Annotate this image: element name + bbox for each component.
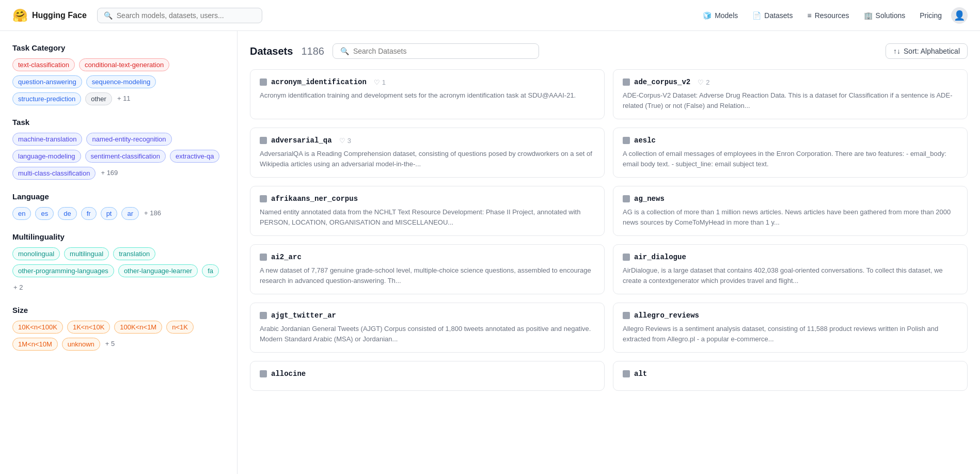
tag-language-modeling[interactable]: language-modeling [12, 150, 81, 163]
tag-1k-10k[interactable]: 1K<n<10K [67, 321, 110, 334]
nav-models-label: Models [715, 11, 738, 20]
task-category-title: Task Category [12, 43, 225, 52]
datasets-search-input[interactable] [353, 47, 531, 55]
tag-monolingual[interactable]: monolingual [12, 247, 60, 260]
tag-10k-100k[interactable]: 10K<n<100K [12, 321, 63, 334]
lang-de[interactable]: de [58, 207, 76, 220]
datasets-header: Datasets 1186 🔍 ↑↓ Sort: Alphabetical [250, 43, 968, 59]
logo-text: Hugging Face [32, 11, 87, 20]
tag-unknown[interactable]: unknown [62, 338, 100, 351]
nav-datasets[interactable]: 📄 Datasets [747, 8, 798, 23]
nav-solutions-label: Solutions [876, 11, 906, 20]
dataset-desc: A new dataset of 7,787 genuine grade-sch… [260, 265, 595, 286]
tag-named-entity-recognition[interactable]: named-entity-recognition [86, 133, 171, 146]
tag-conditional-text-generation[interactable]: conditional-text-generation [79, 58, 169, 71]
dataset-desc: AdversarialQA is a Reading Comprehension… [260, 149, 595, 169]
dataset-card-air_dialogue[interactable]: air_dialogue AirDialogue, is a large dat… [613, 244, 968, 294]
tag-extractive-qa[interactable]: extractive-qa [170, 150, 219, 163]
dataset-icon [623, 195, 630, 202]
dataset-card-acronym_identification[interactable]: acronym_identification ♡ 1 Acronym ident… [250, 69, 605, 119]
dataset-icon [260, 137, 267, 144]
tag-machine-translation[interactable]: machine-translation [12, 133, 82, 146]
dataset-card-adversarial_qa[interactable]: adversarial_qa ♡ 3 AdversarialQA is a Re… [250, 128, 605, 178]
nav-resources[interactable]: ≡ Resources [802, 8, 855, 23]
sort-label: Sort: Alphabetical [904, 47, 960, 55]
dataset-card-ajgt_twitter_ar[interactable]: ajgt_twitter_ar Arabic Jordanian General… [250, 303, 605, 353]
dataset-name: aeslc [634, 136, 656, 145]
lang-ar[interactable]: ar [121, 207, 139, 220]
tag-text-classification[interactable]: text-classification [12, 58, 75, 71]
sidebar: Task Category text-classification condit… [0, 31, 238, 474]
dataset-card-afrikaans_ner_corpus[interactable]: afrikaans_ner_corpus Named entity annota… [250, 186, 605, 236]
nav-models[interactable]: 🧊 Models [698, 8, 743, 23]
dataset-card-alt[interactable]: alt [613, 361, 968, 391]
dataset-icon [260, 312, 267, 319]
page-layout: Task Category text-classification condit… [0, 31, 980, 474]
dataset-icon [260, 195, 267, 202]
tag-structure-prediction[interactable]: structure-prediction [12, 92, 81, 105]
datasets-page-title: Datasets [250, 45, 293, 57]
lang-fr[interactable]: fr [81, 207, 97, 220]
main-content: Datasets 1186 🔍 ↑↓ Sort: Alphabetical ac… [238, 31, 980, 474]
tag-multilingual[interactable]: multilingual [64, 247, 109, 260]
dataset-name: afrikaans_ner_corpus [271, 195, 358, 203]
tag-multi-class-classification[interactable]: multi-class-classification [12, 167, 96, 180]
datasets-search-container: 🔍 [333, 43, 539, 59]
dataset-icon [623, 254, 630, 261]
navbar: 🤗 Hugging Face 🔍 🧊 Models 📄 Datasets ≡ R… [0, 0, 980, 31]
multilinguality-more[interactable]: + 2 [12, 281, 24, 293]
sort-icon: ↑↓ [893, 47, 900, 55]
nav-pricing[interactable]: Pricing [914, 8, 947, 23]
language-title: Language [12, 192, 225, 201]
tag-100k-1m[interactable]: 100K<n<1M [114, 321, 162, 334]
tag-1m-10m[interactable]: 1M<n<10M [12, 338, 58, 351]
task-section: Task machine-translation named-entity-re… [12, 118, 225, 180]
nav-solutions[interactable]: 🏢 Solutions [859, 8, 911, 23]
task-category-more[interactable]: + 11 [116, 92, 132, 105]
dataset-icon [623, 137, 630, 144]
nav-datasets-label: Datasets [764, 11, 793, 20]
dataset-name: alt [634, 370, 647, 378]
language-more[interactable]: + 186 [143, 207, 162, 220]
size-more[interactable]: + 5 [104, 338, 116, 351]
dataset-icon [260, 78, 267, 86]
task-category-tags: text-classification conditional-text-gen… [12, 58, 225, 105]
dataset-desc: Acronym identification training and deve… [260, 90, 595, 101]
dataset-card-ade_corpus_v2[interactable]: ade_corpus_v2 ♡ 2 ADE-Corpus-V2 Dataset:… [613, 69, 968, 119]
dataset-card-allegro_reviews[interactable]: allegro_reviews Allegro Reviews is a sen… [613, 303, 968, 353]
task-more[interactable]: + 169 [100, 167, 119, 180]
dataset-name: air_dialogue [634, 253, 686, 261]
user-avatar[interactable]: 👤 [951, 7, 968, 24]
tag-sequence-modeling[interactable]: sequence-modeling [86, 75, 156, 88]
models-icon: 🧊 [703, 11, 712, 20]
dataset-card-aeslc[interactable]: aeslc A collection of email messages of … [613, 128, 968, 178]
lang-es[interactable]: es [35, 207, 54, 220]
sort-button[interactable]: ↑↓ Sort: Alphabetical [886, 43, 968, 59]
global-search-input[interactable] [117, 11, 256, 20]
datasets-count: 1186 [301, 45, 324, 57]
lang-pt[interactable]: pt [101, 207, 118, 220]
tag-translation[interactable]: translation [113, 247, 155, 260]
logo-link[interactable]: 🤗 Hugging Face [12, 8, 87, 23]
tag-other[interactable]: other [85, 92, 112, 105]
tag-other-language-learner[interactable]: other-language-learner [118, 264, 198, 277]
tag-n-1k[interactable]: n<1K [166, 321, 194, 334]
tag-fa[interactable]: fa [202, 264, 219, 277]
dataset-card-ag_news[interactable]: ag_news AG is a collection of more than … [613, 186, 968, 236]
dataset-desc: AG is a collection of more than 1 millio… [623, 207, 958, 227]
datasets-grid: acronym_identification ♡ 1 Acronym ident… [250, 69, 968, 391]
tag-sentiment-classification[interactable]: sentiment-classification [85, 150, 166, 163]
dataset-card-allocine[interactable]: allocine [250, 361, 605, 391]
tag-other-programming-languages[interactable]: other-programming-languages [12, 264, 114, 277]
dataset-icon [623, 78, 630, 86]
dataset-desc: AirDialogue, is a large dataset that con… [623, 265, 958, 286]
dataset-card-ai2_arc[interactable]: ai2_arc A new dataset of 7,787 genuine g… [250, 244, 605, 294]
dataset-name: ade_corpus_v2 [634, 78, 690, 86]
multilinguality-tags: monolingual multilingual translation oth… [12, 247, 225, 293]
dataset-name: ag_news [634, 195, 665, 203]
language-tags: en es de fr pt ar + 186 [12, 207, 225, 220]
task-category-section: Task Category text-classification condit… [12, 43, 225, 105]
lang-en[interactable]: en [12, 207, 31, 220]
search-icon: 🔍 [104, 11, 113, 20]
tag-question-answering[interactable]: question-answering [12, 75, 82, 88]
